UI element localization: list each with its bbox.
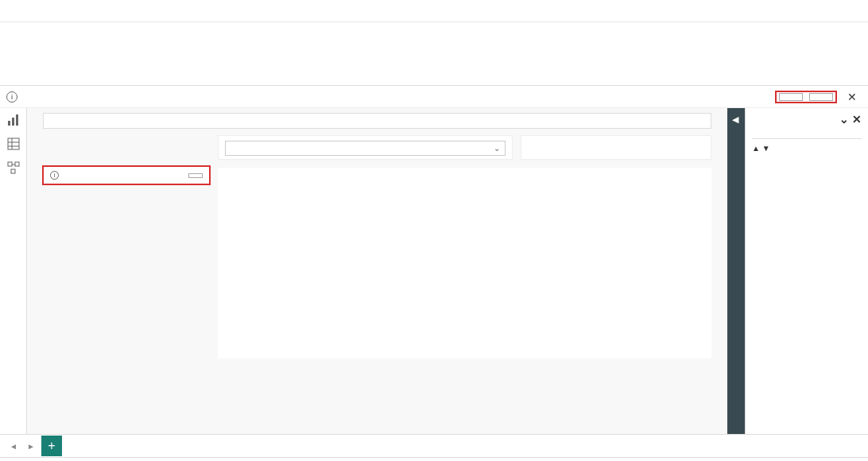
- svg-rect-9: [11, 169, 15, 173]
- svg-rect-2: [16, 114, 18, 126]
- chevron-down-icon[interactable]: ⌄: [839, 113, 849, 126]
- page-tabs-bar: ◄ ► +: [0, 434, 868, 458]
- workspace: ⌄ i: [0, 108, 868, 434]
- day-of-week-slicer[interactable]: [521, 135, 711, 160]
- year-timeline-slicer[interactable]: [43, 113, 711, 129]
- close-icon[interactable]: ✕: [852, 113, 862, 126]
- left-view-rail: [0, 108, 27, 434]
- visual-refresh-button[interactable]: [188, 173, 203, 178]
- close-icon[interactable]: ✕: [843, 91, 862, 103]
- filters-pane-toggle[interactable]: ◀: [727, 108, 745, 434]
- svg-rect-8: [15, 162, 19, 166]
- report-view-icon[interactable]: [6, 113, 21, 127]
- svg-rect-3: [8, 138, 19, 149]
- status-bar: | 🌐 − + ⛶: [0, 458, 868, 461]
- dropdown-select[interactable]: ⌄: [225, 141, 506, 156]
- info-bar: i ✕: [0, 86, 868, 108]
- chevron-down-icon: ⌄: [494, 144, 500, 153]
- ribbon: [0, 22, 868, 86]
- resume-visual-queries-button[interactable]: [809, 93, 833, 101]
- data-view-icon[interactable]: [6, 137, 21, 151]
- info-icon: i: [50, 171, 59, 180]
- info-icon: i: [6, 91, 17, 103]
- model-view-icon[interactable]: [6, 161, 21, 175]
- prev-page-icon[interactable]: ◄: [5, 442, 22, 451]
- svg-rect-1: [12, 118, 14, 126]
- selection-pane: ⌄ ✕ ▲ ▼: [745, 108, 868, 434]
- line-chart-visual[interactable]: [218, 168, 711, 358]
- reorder-arrows[interactable]: ▲ ▼: [752, 144, 770, 153]
- next-page-icon[interactable]: ►: [22, 442, 40, 451]
- pending-changes-banner: i: [43, 166, 210, 184]
- menu-bar: [0, 0, 868, 22]
- refresh-button[interactable]: [779, 93, 803, 101]
- svg-rect-0: [8, 121, 10, 126]
- add-page-button[interactable]: +: [41, 436, 62, 456]
- time-of-day-slicer[interactable]: ⌄: [218, 135, 513, 160]
- report-canvas[interactable]: ⌄ i: [27, 108, 727, 434]
- svg-rect-7: [8, 162, 12, 166]
- title-text-box: [43, 135, 210, 160]
